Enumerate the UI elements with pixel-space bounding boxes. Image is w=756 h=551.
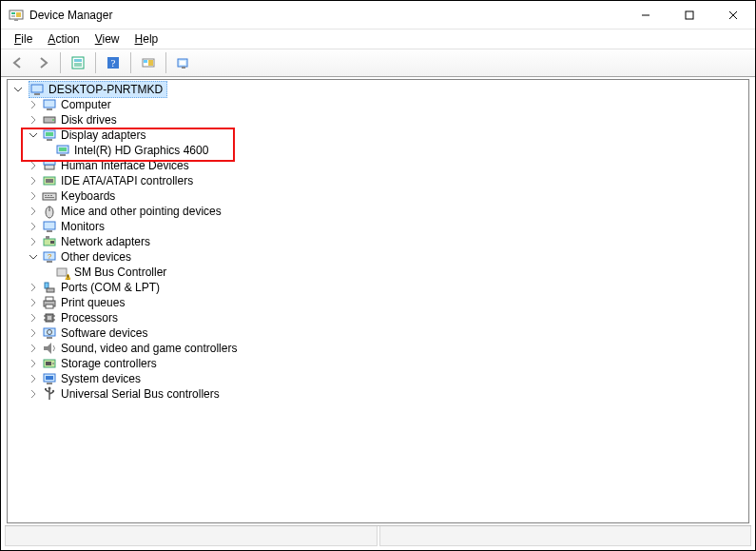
svg-rect-34	[44, 161, 55, 165]
chevron-right-icon[interactable]	[27, 326, 40, 340]
svg-rect-31	[59, 148, 67, 151]
chevron-right-icon[interactable]	[27, 342, 40, 355]
chevron-right-icon[interactable]	[27, 174, 40, 187]
tree-item-other-child[interactable]: ! SM Bus Controller	[8, 265, 748, 280]
svg-rect-39	[48, 195, 49, 196]
svg-rect-74	[46, 376, 53, 380]
statusbar	[5, 525, 751, 546]
tree-item-other[interactable]: ? Other devices	[8, 249, 748, 265]
chevron-right-icon[interactable]	[27, 235, 40, 248]
svg-rect-36	[46, 179, 53, 183]
tree-item-label: Processors	[61, 310, 118, 325]
chevron-right-icon[interactable]	[27, 98, 40, 111]
tree-item-storage[interactable]: Storage controllers	[8, 356, 748, 371]
chevron-right-icon[interactable]	[27, 357, 40, 370]
tree-item-network[interactable]: Network adapters	[8, 234, 748, 249]
svg-rect-75	[47, 383, 52, 384]
svg-rect-44	[44, 222, 55, 229]
tree-item-label: Software devices	[61, 325, 147, 341]
svg-rect-52	[57, 268, 67, 276]
svg-rect-10	[74, 59, 82, 62]
help-button[interactable]: ?	[102, 51, 125, 74]
keyboard-icon	[42, 188, 57, 204]
chevron-right-icon[interactable]	[27, 205, 40, 218]
tree-root-row[interactable]: DESKTOP-PNRTMKD	[8, 82, 748, 97]
chevron-right-icon[interactable]	[27, 296, 40, 309]
back-button[interactable]	[7, 51, 29, 74]
close-button[interactable]	[711, 1, 755, 30]
chevron-down-icon[interactable]	[11, 83, 25, 96]
chevron-right-icon[interactable]	[27, 159, 40, 172]
svg-rect-20	[182, 67, 185, 69]
computer-root-icon	[29, 82, 45, 97]
svg-rect-37	[43, 193, 56, 200]
tree-item-computer[interactable]: Computer	[8, 97, 748, 112]
chevron-right-icon[interactable]	[27, 113, 40, 127]
tree-item-hid[interactable]: Human Interface Devices	[8, 158, 748, 173]
chevron-right-icon[interactable]	[27, 311, 40, 325]
tree-item-disk-drives[interactable]: Disk drives	[8, 112, 748, 128]
tree-item-label: Disk drives	[61, 112, 117, 128]
chevron-right-icon[interactable]	[27, 372, 40, 385]
sound-icon	[42, 341, 57, 356]
chevron-down-icon[interactable]	[27, 250, 40, 264]
svg-rect-59	[46, 305, 53, 308]
tree-root-label: DESKTOP-PNRTMKD	[48, 82, 163, 97]
tree-item-label: Display adapters	[61, 128, 145, 143]
svg-rect-17	[148, 60, 153, 66]
showhidden-button[interactable]	[172, 51, 195, 74]
toolbar-separator	[60, 52, 61, 73]
svg-rect-40	[50, 195, 52, 196]
svg-rect-2	[11, 15, 15, 17]
tree-item-label: Network adapters	[61, 234, 150, 249]
display-adapter-icon	[42, 128, 57, 143]
tree-item-display-adapters[interactable]: Display adapters	[8, 128, 748, 143]
svg-rect-38	[45, 195, 47, 196]
menu-help[interactable]: Help	[129, 31, 165, 47]
svg-rect-77	[45, 388, 47, 390]
svg-rect-55	[45, 283, 48, 288]
menu-view[interactable]: View	[89, 31, 126, 47]
disk-icon	[42, 112, 57, 128]
chevron-right-icon[interactable]	[27, 220, 40, 233]
tree-item-ports[interactable]: Ports (COM & LPT)	[8, 280, 748, 295]
svg-rect-47	[46, 236, 49, 239]
svg-rect-3	[16, 12, 21, 17]
svg-rect-45	[47, 230, 52, 232]
svg-rect-28	[46, 132, 53, 136]
usb-icon	[42, 386, 57, 402]
tree-item-ide[interactable]: IDE ATA/ATAPI controllers	[8, 173, 748, 188]
chevron-down-icon[interactable]	[27, 128, 40, 142]
chevron-right-icon[interactable]	[27, 387, 40, 401]
tree-item-software[interactable]: Software devices	[8, 325, 748, 341]
printer-icon	[42, 295, 57, 310]
tree-item-processors[interactable]: Processors	[8, 310, 748, 325]
menu-file[interactable]: File	[9, 31, 38, 47]
tree-item-monitors[interactable]: Monitors	[8, 219, 748, 234]
tree-item-label: Other devices	[61, 249, 131, 265]
minimize-button[interactable]	[624, 1, 668, 30]
menu-action[interactable]: Action	[42, 31, 85, 47]
svg-point-26	[52, 119, 54, 121]
properties-button[interactable]	[67, 51, 89, 74]
tree-item-print-queues[interactable]: Print queues	[8, 295, 748, 310]
tree-item-sound[interactable]: Sound, video and game controllers	[8, 341, 748, 356]
svg-rect-22	[34, 93, 40, 95]
software-icon	[42, 325, 57, 341]
chevron-right-icon[interactable]	[27, 281, 40, 294]
toolbar-separator	[130, 52, 131, 73]
tree-item-system[interactable]: System devices	[8, 371, 748, 386]
mouse-icon	[42, 204, 57, 219]
tree-item-display-child[interactable]: Intel(R) HD Graphics 4600	[8, 143, 748, 158]
tree-item-keyboards[interactable]: Keyboards	[8, 188, 748, 204]
window-title: Device Manager	[29, 9, 624, 22]
toolbar-separator	[95, 52, 96, 73]
maximize-button[interactable]	[668, 1, 711, 30]
tree-item-usb[interactable]: Universal Serial Bus controllers	[8, 386, 748, 402]
svg-rect-33	[45, 165, 54, 169]
tree-item-mice[interactable]: Mice and other pointing devices	[8, 204, 748, 219]
device-tree[interactable]: DESKTOP-PNRTMKD Computer Disk drives Dis…	[7, 79, 749, 523]
scan-button[interactable]	[137, 51, 160, 74]
chevron-right-icon[interactable]	[27, 189, 40, 203]
forward-button[interactable]	[31, 51, 54, 74]
